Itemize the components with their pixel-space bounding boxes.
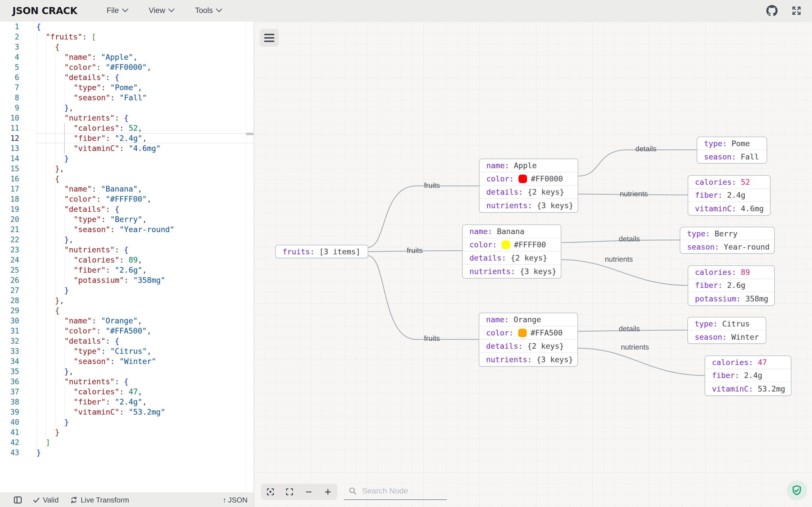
code-text: "name": "Apple", xyxy=(64,52,138,62)
editor-line: 41} xyxy=(0,427,254,438)
node-key: name: xyxy=(486,161,514,170)
code-text: } xyxy=(36,448,41,458)
graph-canvas[interactable]: fruitsfruitsfruitsdetailsnutrientsdetail… xyxy=(254,22,812,507)
indent-guide xyxy=(55,103,55,113)
editor-line: 24"calories": 89, xyxy=(0,255,254,265)
graph-node-root[interactable]: fruits: [3 items] xyxy=(275,245,368,258)
node-row: calories: 52 xyxy=(688,176,770,189)
toggle-editor-panel-button[interactable] xyxy=(13,496,22,504)
graph-node-orange-nutrients[interactable]: calories: 47fiber: 2.4gvitaminC: 53.2mg xyxy=(705,355,792,396)
line-number: 32 xyxy=(0,336,19,346)
node-value: {2 keys} xyxy=(527,187,564,196)
fullscreen-icon[interactable] xyxy=(791,5,802,16)
code-text: "fruits": [ xyxy=(46,32,96,42)
editor-line: 6"details": { xyxy=(0,72,254,82)
scrollbar-current-line-mark[interactable] xyxy=(246,133,253,135)
line-number: 29 xyxy=(0,305,19,316)
indent-guide xyxy=(46,154,46,164)
node-row: fiber: 2.6g xyxy=(688,279,774,292)
editor-line: 38"fiber": "2.4g", xyxy=(0,397,254,407)
color-swatch xyxy=(502,240,510,249)
graph-node-apple-nutrients[interactable]: calories: 52fiber: 2.4gvitaminC: 4.6mg xyxy=(688,175,770,216)
node-key: nutrients: xyxy=(486,201,537,210)
search-node-box xyxy=(344,483,447,500)
indent-guide xyxy=(46,356,46,367)
node-key: potassium: xyxy=(695,294,746,303)
github-icon[interactable] xyxy=(766,5,777,16)
graph-node-apple[interactable]: name: Applecolor: #FF0000details: {2 key… xyxy=(479,159,578,213)
graph-node-orange-details[interactable]: type: Citrusseason: Winter xyxy=(688,317,766,344)
search-node-input[interactable] xyxy=(361,486,442,496)
node-key: vitaminC: xyxy=(712,385,758,393)
code-text: "color": "#FF0000", xyxy=(64,62,151,72)
zoom-out-button[interactable]: − xyxy=(301,484,317,500)
menu-view[interactable]: View xyxy=(149,6,174,15)
editor-line: 20"type": "Berry", xyxy=(0,214,254,224)
code-text: }, xyxy=(64,235,73,245)
code-text: "season": "Winter" xyxy=(73,356,156,367)
indent-guide xyxy=(36,255,37,265)
indent-guide xyxy=(46,103,46,113)
indent-guide xyxy=(46,275,46,285)
node-key: nutrients: xyxy=(469,267,520,276)
app-logo[interactable]: JSON CRACK xyxy=(12,5,77,16)
indent-guide xyxy=(36,316,37,326)
node-key: name: xyxy=(469,227,497,236)
indent-guide xyxy=(55,285,55,295)
line-number: 18 xyxy=(0,194,19,204)
line-number: 28 xyxy=(0,295,19,305)
graph-node-apple-details[interactable]: type: Pomeseason: Fall xyxy=(697,136,767,164)
indent-guide xyxy=(46,42,46,52)
center-view-button[interactable] xyxy=(262,484,278,500)
indent-guide xyxy=(36,407,37,417)
code-text: { xyxy=(36,22,41,32)
security-badge[interactable] xyxy=(786,480,807,501)
indent-guide xyxy=(36,144,37,154)
indent-guide xyxy=(46,144,46,154)
node-value: #FF0000 xyxy=(531,174,563,183)
fit-view-button[interactable] xyxy=(282,484,297,500)
line-number: 37 xyxy=(0,387,19,397)
line-number: 5 xyxy=(0,62,19,72)
graph-node-orange[interactable]: name: Orangecolor: #FFA500details: {2 ke… xyxy=(479,313,578,367)
code-text: "calories": 47, xyxy=(73,387,142,397)
json-editor[interactable]: 1{2"fruits": [3{4"name": "Apple",5"color… xyxy=(0,22,254,493)
node-key: calories: xyxy=(695,178,741,186)
menu-label: View xyxy=(149,6,165,15)
node-row: season: Year-round xyxy=(680,240,774,253)
indent-guide xyxy=(46,285,46,295)
indent-guide xyxy=(55,407,55,417)
format-indicator[interactable]: ↑ JSON xyxy=(223,496,248,504)
indent-guide xyxy=(46,204,46,214)
code-text: } xyxy=(64,285,69,295)
graph-node-banana-details[interactable]: type: Berryseason: Year-round xyxy=(680,227,775,254)
node-value: #FFFF00 xyxy=(514,240,546,249)
graph-node-banana[interactable]: name: Bananacolor: #FFFF00details: {2 ke… xyxy=(462,224,561,279)
node-value: {2 keys} xyxy=(527,342,564,350)
code-text: "fiber": "2.4g", xyxy=(73,133,147,144)
zoom-in-button[interactable]: + xyxy=(320,484,336,500)
graph-menu-button[interactable] xyxy=(260,29,279,47)
indent-guide xyxy=(36,417,37,427)
node-row: details: {2 keys} xyxy=(479,340,577,353)
indent-guide xyxy=(46,346,46,356)
app-window: JSON CRACK FileViewTools 1{2"fruits": [3… xyxy=(0,0,812,507)
editor-divider[interactable] xyxy=(246,22,246,493)
line-number: 42 xyxy=(0,438,19,448)
node-row: name: Banana xyxy=(463,225,561,238)
indent-guide xyxy=(36,427,37,438)
menu-file[interactable]: File xyxy=(107,6,128,15)
line-number: 10 xyxy=(0,113,19,123)
node-key: nutrients: xyxy=(486,355,537,364)
node-key: season: xyxy=(704,152,741,161)
indent-guide xyxy=(46,184,46,194)
node-value: {3 keys} xyxy=(520,267,557,276)
indent-guide xyxy=(55,397,55,407)
live-transform-toggle[interactable]: Live Transform xyxy=(70,496,129,504)
graph-node-banana-nutrients[interactable]: calories: 89fiber: 2.6gpotassium: 358mg xyxy=(688,265,775,306)
menu-label: Tools xyxy=(195,6,213,15)
indent-guide xyxy=(36,204,37,214)
indent-guide xyxy=(55,154,55,164)
editor-line: 36"nutrients": { xyxy=(0,377,254,387)
menu-tools[interactable]: Tools xyxy=(195,6,221,15)
